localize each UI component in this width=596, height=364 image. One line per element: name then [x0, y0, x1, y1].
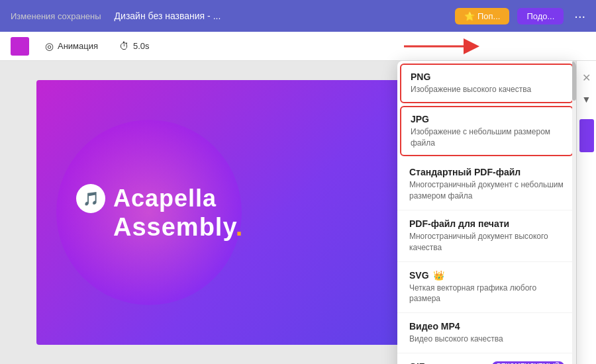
- dropdown-item-png[interactable]: PNG Изображение высокого качества: [400, 64, 573, 103]
- main-area: 🎵 Acapella Assembly. ORIGINAL SONGS AN..…: [0, 61, 596, 364]
- logo-area: 🎵 Acapella Assembly.: [76, 184, 243, 242]
- pdf-print-title: PDF-файл для печати: [409, 218, 564, 229]
- dropdown-item-pdf-std[interactable]: Стандартный PDF-файл Многостраничный док…: [397, 159, 576, 210]
- pdf-print-desc: Многостраничный документ высокого качест…: [409, 231, 564, 253]
- top-bar: Изменения сохранены Дизайн без названия …: [0, 0, 596, 32]
- recommended-badge: РЕКОМЕНДУЕМЫЙ: [492, 361, 564, 364]
- scrollbar-track: [572, 61, 576, 364]
- logo-icon: 🎵: [76, 184, 105, 213]
- jpg-desc: Изображение с небольшим размером файла: [411, 126, 563, 149]
- jpg-title: JPG: [411, 114, 563, 124]
- more-button[interactable]: ···: [574, 9, 585, 24]
- arrow-indicator: [404, 36, 483, 60]
- assembly-text: Assembly.: [113, 213, 243, 242]
- svg-title: SVG 👑: [409, 270, 564, 281]
- chevron-down-button[interactable]: ▼: [579, 91, 595, 107]
- duration-button[interactable]: ⏱ 5.0s: [114, 38, 155, 54]
- gif-title: GIF: [409, 361, 424, 364]
- duration-label: 5.0s: [133, 41, 150, 51]
- mp4-title: Видео MP4: [409, 321, 564, 332]
- dropdown-item-svg[interactable]: SVG 👑 Четкая векторная графика любого ра…: [397, 262, 576, 314]
- animation-icon: ◎: [45, 40, 54, 52]
- color-picker[interactable]: [11, 37, 29, 56]
- crown-icon: 👑: [433, 270, 444, 281]
- scrollbar-thumb[interactable]: [572, 61, 576, 101]
- dropdown-item-pdf-print[interactable]: PDF-файл для печати Многостраничный доку…: [397, 210, 576, 262]
- close-panel-button[interactable]: ✕: [579, 70, 594, 85]
- animation-button[interactable]: ◎ Анимация: [40, 38, 103, 55]
- right-sidebar: ✕ ▼: [576, 61, 596, 364]
- logo-line: 🎵 Acapella: [76, 184, 217, 213]
- timer-icon: ⏱: [119, 40, 129, 52]
- pdf-std-desc: Многостраничный документ с небольшим раз…: [409, 179, 564, 202]
- design-title[interactable]: Дизайн без названия - ...: [115, 11, 448, 21]
- mp4-desc: Видео высокого качества: [409, 334, 564, 345]
- pdf-std-title: Стандартный PDF-файл: [409, 167, 564, 177]
- acapella-text: Acapella: [113, 185, 217, 212]
- purple-decoration: [579, 119, 594, 152]
- animation-label: Анимация: [58, 41, 98, 51]
- png-title: PNG: [411, 71, 563, 82]
- dropdown-item-jpg[interactable]: JPG Изображение с небольшим размером фай…: [400, 106, 573, 157]
- popular-button[interactable]: ⭐ Поп...: [455, 8, 509, 24]
- png-desc: Изображение высокого качества: [411, 84, 563, 95]
- saved-status: Изменения сохранены: [11, 11, 101, 21]
- second-bar: ◎ Анимация ⏱ 5.0s: [0, 32, 596, 61]
- svg-desc: Четкая векторная графика любого размера: [409, 283, 564, 305]
- export-dropdown: PNG Изображение высокого качества JPG Из…: [397, 61, 576, 364]
- share-button[interactable]: Подо...: [517, 8, 564, 24]
- dropdown-item-mp4[interactable]: Видео MP4 Видео высокого качества: [397, 313, 576, 353]
- dropdown-item-gif[interactable]: GIF РЕКОМЕНДУЕМЫЙ: [397, 353, 576, 364]
